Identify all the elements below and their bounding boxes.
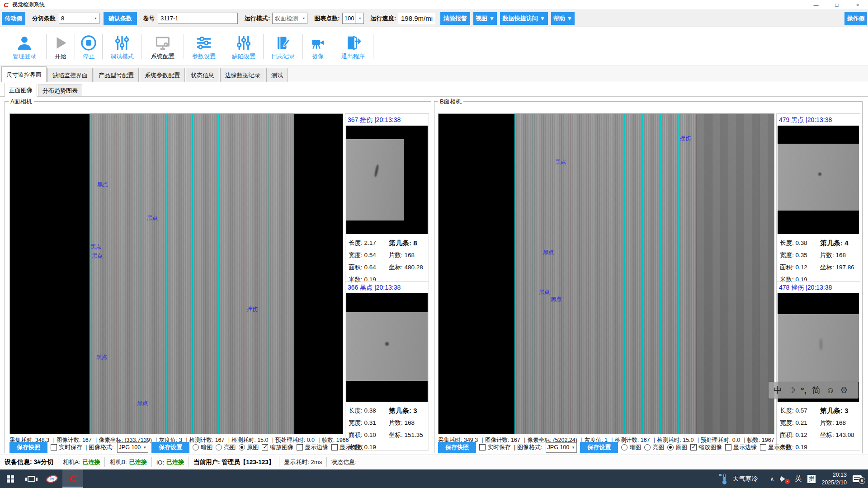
ime-indicator[interactable]: 拼 — [807, 475, 816, 483]
stop-button[interactable]: 停止 — [75, 32, 102, 61]
subtab-trend-chart[interactable]: 分布趋势图表 — [38, 84, 82, 96]
tab-size-monitor[interactable]: 尺寸监控界面 — [1, 66, 47, 82]
checkbox-checked-icon — [690, 444, 697, 450]
show-edge-checkbox[interactable]: 显示边缘 — [725, 443, 757, 451]
confirm-count-button[interactable]: 确认条数 — [104, 12, 137, 25]
ime-chinese-mode[interactable]: 中 — [774, 386, 782, 394]
tab-edge-data-record[interactable]: 边缘数据记录 — [220, 68, 265, 82]
close-button[interactable]: × — [847, 0, 868, 9]
bright-image-radio[interactable]: 亮图 — [216, 443, 236, 451]
system-config-button[interactable]: 系统配置 — [142, 32, 184, 61]
show-count-checkbox[interactable]: 显示条数 — [331, 443, 363, 451]
defect-card-header[interactable]: 367 挫伤 |20:13:38 — [345, 114, 429, 126]
top-toolbar: 传动侧 分切条数 8 ▼ 确认条数 卷号 运行模式: 双面检测 ▼ 图表点数: … — [0, 10, 868, 27]
minimize-button[interactable]: — — [806, 0, 826, 9]
material-region — [346, 312, 428, 381]
save-snapshot-button[interactable]: 保存快照 — [438, 442, 476, 453]
log-record-button[interactable]: 日志记录 — [264, 32, 302, 61]
data-quick-access-menu-button[interactable]: 数据快捷访问 ▼ — [500, 12, 548, 25]
bright-image-radio[interactable]: 亮图 — [644, 443, 664, 451]
app-logo-icon: C — [69, 474, 76, 483]
zoom-image-checkbox[interactable]: 缩放图像 — [690, 443, 722, 451]
tab-status-info[interactable]: 状态信息 — [186, 68, 219, 82]
log-book-icon — [275, 32, 291, 51]
defect-image[interactable] — [346, 126, 428, 234]
realtime-save-checkbox[interactable]: 实时保存 — [479, 443, 511, 451]
camera-b-image[interactable]: 挫伤 黑点 黑点 黑点 黑点 — [438, 113, 774, 434]
show-count-checkbox[interactable]: 显示条数 — [760, 443, 792, 451]
defect-label: 黑点 — [90, 243, 101, 251]
checkbox-icon — [331, 444, 338, 450]
thermometer-icon[interactable] — [722, 474, 727, 484]
view-menu-button[interactable]: 视图 ▼ — [473, 12, 497, 25]
save-settings-button[interactable]: 保存设置 — [151, 442, 189, 453]
slit-count-label: 分切条数 — [32, 14, 56, 23]
image-format-select[interactable]: JPG 100▼ — [546, 442, 577, 453]
ime-toolbar: 中 ☽ °, 简 ☺ ⚙ — [769, 382, 859, 399]
chart-points-select[interactable]: 100 ▼ — [342, 13, 364, 24]
gear-icon[interactable]: ⚙ — [840, 386, 848, 394]
operate-side-button[interactable]: 操作侧 — [844, 12, 867, 25]
dark-image-radio[interactable]: 暗图 — [193, 443, 212, 451]
emoji-icon[interactable]: ☺ — [826, 386, 835, 394]
image-format-label: | 图像格式: — [85, 443, 114, 451]
clock[interactable]: 20:13 2025/2/10 — [821, 471, 847, 487]
drive-side-button[interactable]: 传动侧 — [2, 12, 25, 25]
slit-count-select[interactable]: 8 ▼ — [59, 13, 99, 24]
roll-number-input[interactable] — [158, 13, 238, 24]
tab-product-model-config[interactable]: 产品型号配置 — [94, 68, 139, 82]
radio-selected-icon — [239, 444, 245, 450]
tray-expand-chevron[interactable]: ∧ — [770, 476, 774, 482]
parameter-settings-button[interactable]: 参数设置 — [184, 32, 224, 61]
defect-card-header[interactable]: 479 黑点 |20:13:38 — [777, 114, 860, 126]
defect-image[interactable] — [778, 126, 859, 234]
save-snapshot-button[interactable]: 保存快照 — [9, 442, 47, 453]
original-image-radio[interactable]: 原图 — [667, 443, 687, 451]
start-button[interactable]: 开始 — [47, 32, 75, 61]
tab-system-param-config[interactable]: 系统参数配置 — [140, 68, 185, 82]
defect-card-header[interactable]: 366 黑点 |20:13:38 — [345, 282, 429, 293]
save-settings-button[interactable]: 保存设置 — [580, 442, 618, 453]
roll-number-label: 卷号 — [143, 14, 155, 23]
zoom-image-checkbox[interactable]: 缩放图像 — [262, 443, 293, 451]
moon-icon[interactable]: ☽ — [788, 386, 795, 394]
capture-button[interactable]: 摄像 — [303, 32, 333, 61]
admin-login-button[interactable]: 管理登录 — [3, 32, 46, 61]
original-image-radio[interactable]: 原图 — [239, 443, 259, 451]
clear-alarm-button[interactable]: 清除报警 — [440, 12, 470, 25]
image-format-select[interactable]: JPG 100▼ — [117, 442, 149, 453]
app-logo-icon: C — [4, 1, 9, 8]
play-icon — [53, 32, 68, 51]
sub-tab-bar: 正面图像 分布趋势图表 — [0, 82, 868, 97]
weather-text[interactable]: 天气寒冷 — [733, 475, 758, 483]
maximize-button[interactable]: □ — [826, 0, 847, 9]
show-edge-checkbox[interactable]: 显示边缘 — [297, 443, 328, 451]
defect-settings-button[interactable]: 缺陷设置 — [224, 32, 263, 61]
defect-image[interactable] — [346, 293, 428, 402]
video-camera-icon — [310, 32, 326, 51]
run-mode-select[interactable]: 双面检测 ▼ — [272, 13, 307, 24]
vision-app-taskbar-button[interactable]: C — [62, 469, 83, 488]
dark-image-radio[interactable]: 暗图 — [621, 443, 641, 451]
speaker-muted-icon[interactable]: × — [780, 475, 789, 483]
tab-defect-monitor[interactable]: 缺陷监控界面 — [47, 68, 93, 82]
defect-card-header[interactable]: 478 挫伤 |20:13:38 — [777, 282, 860, 293]
snipping-tool-button[interactable]: ✂ — [42, 469, 62, 488]
exit-program-button[interactable]: 退出程序 — [333, 32, 373, 61]
task-view-button[interactable] — [21, 469, 42, 488]
realtime-save-checkbox[interactable]: 实时保存 — [51, 443, 82, 451]
subtab-front-image[interactable]: 正面图像 — [5, 83, 37, 97]
camera-b-conn-label: 相机B: — [109, 458, 127, 466]
simplified-mode[interactable]: 简 — [812, 386, 821, 394]
debug-mode-button[interactable]: 调试模式 — [103, 32, 142, 61]
language-indicator[interactable]: 英 — [795, 474, 802, 483]
main-tab-bar: 尺寸监控界面 缺陷监控界面 产品型号配置 系统参数配置 状态信息 边缘数据记录 … — [0, 66, 868, 82]
defect-measurements: 长度: 0.38 宽度: 0.35 面积: 0.12 米数: 0.19 第几条:… — [777, 234, 860, 286]
camera-a-image[interactable]: 黑点 黑点 黑点 黑点 挫伤 黑点 黑点 — [9, 113, 343, 434]
tab-test[interactable]: 测试 — [266, 68, 288, 82]
start-button[interactable] — [0, 469, 21, 488]
help-menu-button[interactable]: 帮助 ▼ — [551, 12, 575, 25]
punctuation-mode-icon[interactable]: °, — [801, 386, 807, 394]
chevron-down-icon: ▼ — [143, 446, 146, 450]
notification-icon[interactable]: 6 — [853, 475, 862, 482]
